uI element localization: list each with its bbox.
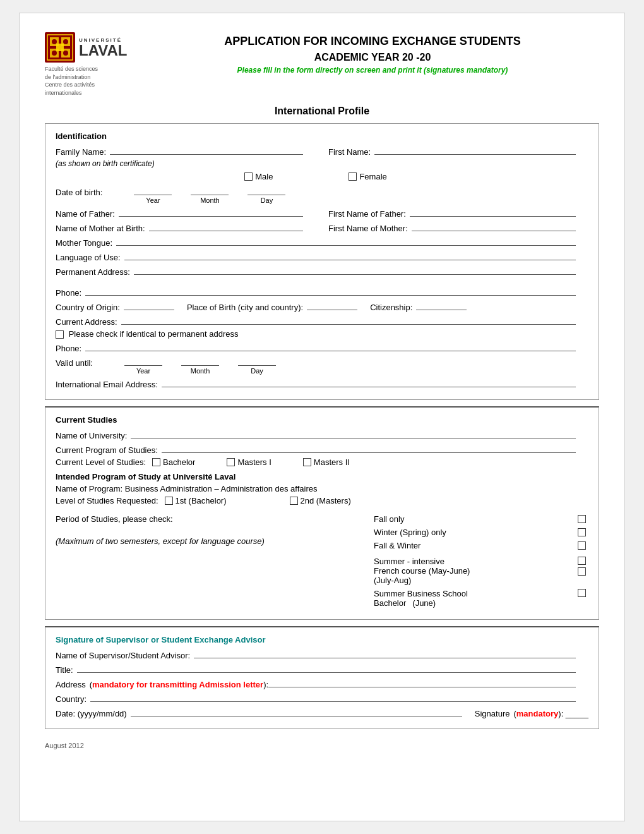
current-studies-heading: Current Studies [56,415,588,425]
valid-day: Day [238,356,276,375]
father-name-col: Name of Father: [56,207,316,219]
bachelor-checkbox[interactable] [152,458,160,466]
summer-business-labels: Summer Business School Bachelor (June) [374,589,468,608]
svg-point-7 [52,39,57,44]
masters-requested-checkbox[interactable] [290,497,298,505]
phone2-input[interactable] [85,341,576,351]
program-input[interactable] [162,443,576,453]
signature-suffix: : _____ [561,709,588,718]
place-birth-label: Place of Birth (city and country): [187,303,303,312]
date-label: Date: (yyyy/mm/dd) [56,709,127,718]
dob-day: Day [247,185,285,204]
masters1-option[interactable]: Masters I [227,457,271,467]
masters2-option[interactable]: Masters II [303,457,350,467]
period-right: Fall only Winter (Spring) only Fall & Wi… [374,514,588,612]
phone-label: Phone: [56,288,81,298]
father-name-input[interactable] [119,207,303,217]
main-title: APPLICATION FOR INCOMING EXCHANGE STUDEN… [146,35,599,48]
male-checkbox[interactable] [244,172,253,181]
summer-business-checkbox[interactable] [578,589,586,597]
permanent-address-input[interactable] [134,265,576,275]
supervisor-title-row: Title: [56,663,588,675]
fall-only-checkbox[interactable] [578,515,586,523]
language-use-label: Language of Use: [56,253,121,262]
mother-tongue-input[interactable] [116,236,576,246]
summer-intensive-row: Summer - intensive French course (May-Ju… [374,557,588,585]
country-origin-input[interactable] [124,300,174,310]
female-checkbox[interactable] [349,172,357,181]
female-option[interactable]: Female [349,172,386,181]
family-name-input[interactable] [110,145,303,155]
supervisor-title-input[interactable] [77,663,576,673]
valid-month: Month [181,356,219,375]
place-birth-input[interactable] [307,300,357,310]
dob-day-input[interactable] [247,185,285,195]
summer-business-line23: Bachelor (June) [374,598,468,608]
valid-month-input[interactable] [181,356,219,366]
supervisor-date-sig-row: Date: (yyyy/mm/dd) Signature (mandatory)… [56,706,588,718]
summer-intensive-line3: (July-Aug) [374,576,470,585]
supervisor-country-input[interactable] [90,692,576,702]
winter-only-checkbox[interactable] [578,528,586,536]
dob-label: Date of birth: [56,188,102,197]
program-name-label: Name of Program: Business Administration… [56,484,318,493]
fall-winter-checkbox[interactable] [578,541,586,550]
svg-point-9 [52,51,57,56]
citizenship-input[interactable] [416,300,467,310]
mother-first-name-input[interactable] [412,221,576,231]
mother-birth-col: Name of Mother at Birth: [56,221,316,233]
identification-heading: Identification [56,131,588,141]
supervisor-address-input[interactable] [268,677,576,687]
address-mandatory: mandatory for transmitting Admission let… [92,680,263,689]
supervisor-country-row: Country: [56,692,588,704]
summer-intensive-checkboxes [578,557,588,576]
valid-until-label: Valid until: [56,358,93,368]
valid-day-input[interactable] [238,356,276,366]
dob-year-input[interactable] [134,185,172,195]
language-use-row: Language of Use: [56,250,588,262]
university-row: Name of University: [56,428,588,440]
dob-fields: Year Month Day [134,185,285,204]
citizenship-label: Citizenship: [370,303,412,312]
first-name-input[interactable] [374,145,576,155]
faculty-info: Faculté des sciences de l'administration… [45,65,146,97]
bachelor-option[interactable]: Bachelor [152,457,195,467]
dob-month-input[interactable] [191,185,229,195]
masters2-checkbox[interactable] [303,458,311,466]
email-input[interactable] [162,377,576,387]
winter-only-label: Winter (Spring) only [374,528,446,537]
male-option[interactable]: Male [244,172,273,181]
masters1-checkbox[interactable] [227,458,235,466]
supervisor-section: Signature of Supervisor or Student Excha… [45,626,599,729]
level-requested-row: Level of Studies Requested: 1st (Bachelo… [56,496,588,505]
email-label: International Email Address: [56,380,158,389]
country-origin-label: Country of Origin: [56,303,120,312]
university-input[interactable] [131,428,576,438]
summer-july-aug-checkbox[interactable] [578,567,586,576]
language-use-input[interactable] [124,250,576,260]
fall-only-row: Fall only [374,514,588,524]
date-input[interactable] [131,706,462,716]
bachelor-requested-checkbox[interactable] [165,497,173,505]
supervisor-heading: Signature of Supervisor or Student Excha… [56,635,588,644]
mother-birth-input[interactable] [149,221,303,231]
current-address-input[interactable] [121,315,576,325]
bachelor-requested-option[interactable]: 1st (Bachelor) [165,496,227,505]
father-first-name-input[interactable] [410,207,576,217]
valid-year-input[interactable] [124,356,162,366]
name-row: Family Name: First Name: [56,145,588,157]
day2-label: Day [251,367,263,375]
summer-may-june-checkbox[interactable] [578,557,586,565]
valid-until-fields: Year Month Day [124,356,276,375]
mother-name-row: Name of Mother at Birth: First Name of M… [56,221,588,233]
gender-row: Male Female [56,172,588,181]
supervisor-name-input[interactable] [194,648,576,658]
masters-requested-option[interactable]: 2nd (Masters) [290,496,351,505]
dob-month: Month [191,185,229,204]
phone-row: Phone: [56,286,588,298]
identical-row: Please check if identical to permanent a… [56,329,588,339]
identical-checkbox[interactable] [56,330,64,339]
max-note-text: (Maximum of two semesters, except for la… [56,536,265,546]
program-name-row: Name of Program: Business Administration… [56,484,588,493]
phone-input[interactable] [85,286,576,296]
